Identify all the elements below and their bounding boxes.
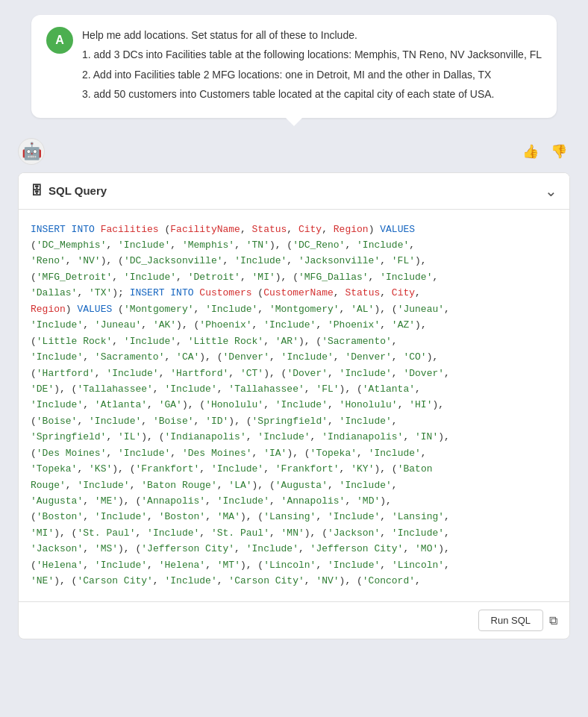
ai-header: 🤖 👍 👎 bbox=[15, 138, 573, 165]
user-point3: 3. add 50 customers into Customers table… bbox=[82, 86, 542, 102]
sql-card-title-text: SQL Query bbox=[49, 184, 107, 197]
sql-card-header: 🗄 SQL Query ⌄ bbox=[19, 173, 569, 210]
thumbs-up-button[interactable]: 👍 bbox=[519, 140, 542, 163]
message-pointer bbox=[285, 117, 303, 126]
user-point2: 2. Add into Facilities table 2 MFG locat… bbox=[82, 66, 542, 83]
copy-button[interactable]: ⧉ bbox=[549, 613, 557, 628]
run-sql-button[interactable]: Run SQL bbox=[478, 610, 543, 631]
sql-code-block: INSERT INTO Facilities (FacilityName, St… bbox=[19, 210, 569, 601]
sql-card-title: 🗄 SQL Query bbox=[31, 184, 107, 198]
user-intro: Help me add locations. Set status for al… bbox=[82, 27, 542, 43]
database-icon: 🗄 bbox=[31, 184, 43, 198]
user-message: A Help me add locations. Set status for … bbox=[31, 15, 557, 118]
copy-icon: ⧉ bbox=[549, 614, 557, 627]
chevron-down-icon: ⌄ bbox=[545, 183, 557, 199]
sql-card-footer: Run SQL ⧉ bbox=[19, 601, 569, 639]
user-point1: 1. add 3 DCs into Facilities table at th… bbox=[82, 46, 542, 63]
sql-card: 🗄 SQL Query ⌄ INSERT INTO Facilities (Fa… bbox=[18, 172, 570, 639]
ai-avatar: 🤖 bbox=[18, 138, 45, 165]
ai-actions: 👍 👎 bbox=[519, 140, 570, 163]
user-text: Help me add locations. Set status for al… bbox=[82, 27, 542, 106]
user-message-wrapper: A Help me add locations. Set status for … bbox=[15, 15, 573, 126]
thumbs-down-button[interactable]: 👎 bbox=[548, 140, 570, 163]
collapse-button[interactable]: ⌄ bbox=[545, 182, 557, 200]
user-avatar: A bbox=[46, 27, 73, 54]
chat-container: A Help me add locations. Set status for … bbox=[15, 15, 573, 639]
ai-message: 🤖 👍 👎 🗄 SQL Query ⌄ INSERT INTO Facili bbox=[15, 138, 573, 639]
